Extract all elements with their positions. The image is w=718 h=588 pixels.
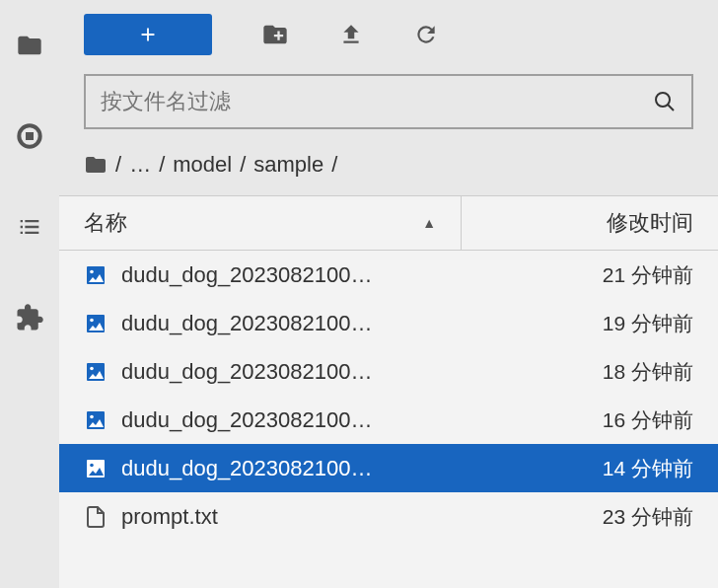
- table-header: 名称 ▲ 修改时间: [59, 195, 718, 251]
- refresh-icon: [413, 22, 439, 47]
- column-header-modified[interactable]: 修改时间: [462, 196, 718, 250]
- file-name: dudu_dog_2023082100…: [121, 262, 372, 288]
- cell-name: dudu_dog_2023082100…: [59, 456, 462, 481]
- breadcrumb-ellipsis[interactable]: …: [129, 152, 151, 178]
- image-file-icon: [84, 408, 108, 432]
- new-folder-icon: [261, 21, 289, 48]
- cell-name: prompt.txt: [59, 504, 462, 530]
- new-button[interactable]: [84, 14, 212, 55]
- list-icon: [16, 213, 43, 241]
- cell-name: dudu_dog_2023082100…: [59, 262, 462, 288]
- breadcrumb-separator: /: [331, 152, 337, 178]
- breadcrumb-segment[interactable]: model: [173, 152, 232, 178]
- breadcrumb-segment[interactable]: sample: [253, 152, 323, 178]
- cell-name: dudu_dog_2023082100…: [59, 359, 462, 385]
- folder-icon[interactable]: [84, 153, 108, 177]
- table-body: dudu_dog_2023082100…21 分钟前dudu_dog_20230…: [59, 251, 718, 541]
- table-row[interactable]: dudu_dog_2023082100…14 分钟前: [59, 444, 718, 492]
- breadcrumb-separator: /: [159, 152, 165, 178]
- new-folder-button[interactable]: [261, 21, 289, 48]
- svg-point-2: [656, 93, 670, 107]
- breadcrumb-separator: /: [115, 152, 121, 178]
- file-table: 名称 ▲ 修改时间 dudu_dog_2023082100…21 分钟前dudu…: [59, 195, 718, 588]
- svg-point-5: [90, 269, 94, 273]
- search-icon: [653, 90, 677, 113]
- search-input[interactable]: [101, 89, 653, 114]
- cell-modified: 23 分钟前: [462, 503, 718, 531]
- svg-line-3: [668, 105, 674, 110]
- breadcrumb: / … / model / sample /: [59, 144, 718, 195]
- image-file-icon: [84, 312, 108, 335]
- cell-modified: 16 分钟前: [462, 406, 718, 434]
- sidebar-item-extensions[interactable]: [14, 302, 45, 333]
- search-box[interactable]: [84, 74, 693, 129]
- table-row[interactable]: dudu_dog_2023082100…21 分钟前: [59, 251, 718, 299]
- svg-rect-1: [26, 132, 34, 140]
- sidebar: [0, 0, 59, 588]
- breadcrumb-separator: /: [240, 152, 246, 178]
- puzzle-icon: [15, 303, 44, 332]
- column-header-name[interactable]: 名称 ▲: [59, 196, 462, 250]
- toolbar: [59, 0, 718, 69]
- sort-asc-icon: ▲: [422, 215, 436, 231]
- file-name: dudu_dog_2023082100…: [121, 456, 372, 481]
- svg-point-9: [90, 366, 94, 370]
- folder-icon: [16, 32, 43, 59]
- upload-button[interactable]: [338, 22, 364, 47]
- text-file-icon: [84, 505, 108, 529]
- table-row[interactable]: prompt.txt23 分钟前: [59, 492, 718, 541]
- svg-point-13: [90, 463, 94, 467]
- main-panel: / … / model / sample / 名称 ▲ 修改时间 dudu_do…: [59, 0, 718, 588]
- sidebar-item-list[interactable]: [14, 211, 45, 243]
- cell-modified: 14 分钟前: [462, 455, 718, 482]
- column-label: 名称: [84, 208, 127, 238]
- file-name: prompt.txt: [121, 504, 218, 530]
- stop-circle-icon: [14, 120, 45, 152]
- image-file-icon: [84, 457, 108, 480]
- file-name: dudu_dog_2023082100…: [121, 407, 372, 433]
- column-label: 修改时间: [607, 208, 693, 238]
- sidebar-item-folder[interactable]: [14, 30, 45, 61]
- cell-modified: 18 分钟前: [462, 358, 718, 386]
- upload-icon: [338, 22, 364, 47]
- file-name: dudu_dog_2023082100…: [121, 311, 372, 336]
- cell-name: dudu_dog_2023082100…: [59, 407, 462, 433]
- refresh-button[interactable]: [413, 22, 439, 47]
- table-row[interactable]: dudu_dog_2023082100…19 分钟前: [59, 299, 718, 347]
- svg-point-11: [90, 414, 94, 418]
- sidebar-item-running[interactable]: [14, 120, 45, 152]
- search-container: [59, 69, 718, 144]
- table-row[interactable]: dudu_dog_2023082100…16 分钟前: [59, 396, 718, 444]
- cell-modified: 21 分钟前: [462, 261, 718, 289]
- table-row[interactable]: dudu_dog_2023082100…18 分钟前: [59, 347, 718, 396]
- plus-icon: [137, 24, 159, 45]
- image-file-icon: [84, 360, 108, 384]
- image-file-icon: [84, 263, 108, 287]
- cell-modified: 19 分钟前: [462, 310, 718, 337]
- cell-name: dudu_dog_2023082100…: [59, 311, 462, 336]
- file-name: dudu_dog_2023082100…: [121, 359, 372, 385]
- svg-point-7: [90, 318, 94, 322]
